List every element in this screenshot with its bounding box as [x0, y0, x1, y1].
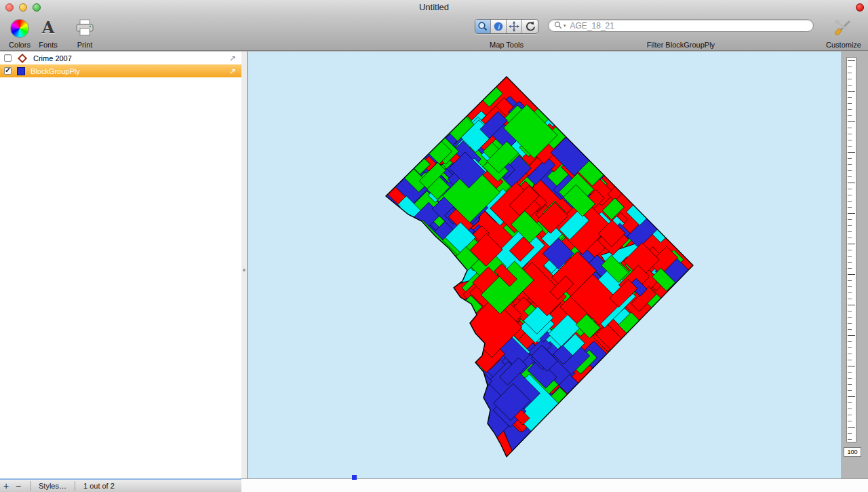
- zoom-tool-button[interactable]: [475, 20, 491, 33]
- point-layer-icon: [18, 53, 27, 62]
- customize-button[interactable]: Customize: [823, 19, 865, 49]
- map-tools-segmented-control: i: [475, 19, 538, 34]
- scale-value-field[interactable]: 100: [844, 447, 861, 457]
- pan-arrows-icon: [509, 21, 519, 32]
- checkmark-icon: ✓: [5, 67, 11, 73]
- customize-tools-icon: [833, 19, 854, 37]
- add-layer-button[interactable]: +: [0, 480, 12, 491]
- printer-icon: [75, 19, 94, 37]
- filter-label: Filter BlockGroupPly: [647, 41, 715, 49]
- layer-visibility-checkbox[interactable]: [4, 54, 12, 62]
- remove-layer-button[interactable]: −: [12, 480, 24, 491]
- horizontal-scrollbar[interactable]: [241, 478, 868, 492]
- map-tools-group: i: [473, 19, 540, 49]
- filter-group: ▾ Filter BlockGroupPly: [547, 19, 815, 49]
- fonts-button[interactable]: A Fonts: [35, 19, 61, 49]
- fonts-icon: A: [42, 19, 55, 37]
- dc-blockgroup-map: [248, 52, 841, 478]
- zoom-to-layer-icon[interactable]: ↗: [229, 67, 239, 76]
- colors-label: Colors: [9, 41, 31, 49]
- polygon-layer-icon: [17, 67, 25, 75]
- search-input[interactable]: [569, 20, 808, 31]
- print-label: Print: [77, 41, 93, 49]
- magnifier-icon: [477, 21, 488, 32]
- scale-strip: 100: [841, 52, 868, 478]
- info-tool-button[interactable]: i: [491, 20, 507, 33]
- search-icon: [554, 21, 563, 30]
- red-indicator-icon: [856, 3, 864, 12]
- layer-name: BlockGroupPly: [31, 67, 80, 75]
- scroll-indicator: [352, 475, 357, 480]
- info-icon: i: [493, 21, 504, 32]
- zoom-to-layer-icon[interactable]: ↗: [229, 54, 239, 63]
- rotate-arrow-icon: [525, 21, 536, 32]
- layer-count-label: 1 out of 2: [81, 482, 117, 490]
- customize-label: Customize: [826, 41, 861, 49]
- pan-tool-button[interactable]: [507, 20, 522, 33]
- titlebar: Untitled: [0, 0, 868, 15]
- fonts-label: Fonts: [39, 41, 58, 49]
- layer-name: Crime 2007: [33, 54, 72, 62]
- panel-splitter[interactable]: [241, 52, 248, 478]
- styles-button[interactable]: Styles…: [36, 482, 69, 490]
- search-dropdown-icon[interactable]: ▾: [564, 23, 566, 29]
- layers-bottom-toolbar: + − Styles… 1 out of 2: [0, 478, 241, 492]
- window-title: Untitled: [0, 2, 868, 12]
- print-button[interactable]: Print: [68, 19, 102, 49]
- scale-ruler[interactable]: [846, 57, 856, 442]
- rotate-tool-button[interactable]: [522, 20, 538, 33]
- divider: [30, 481, 31, 491]
- toolbar: Colors A Fonts Print: [0, 15, 868, 51]
- splitter-grip-icon: [243, 269, 245, 271]
- layer-row-crime-2007[interactable]: Crime 2007 ↗: [0, 52, 241, 64]
- color-wheel-icon: [10, 19, 29, 38]
- search-field[interactable]: ▾: [548, 19, 814, 32]
- app-window: Untitled Colors A Fonts Print: [0, 0, 868, 492]
- map-tools-label: Map Tools: [490, 41, 524, 49]
- divider: [75, 481, 75, 491]
- layer-visibility-checkbox[interactable]: ✓: [4, 67, 12, 75]
- layers-panel: Crime 2007 ↗ ✓ BlockGroupPly ↗: [0, 52, 241, 478]
- colors-button[interactable]: Colors: [5, 19, 34, 49]
- map-canvas[interactable]: [248, 52, 841, 478]
- layer-row-blockgroupply[interactable]: ✓ BlockGroupPly ↗: [0, 64, 241, 77]
